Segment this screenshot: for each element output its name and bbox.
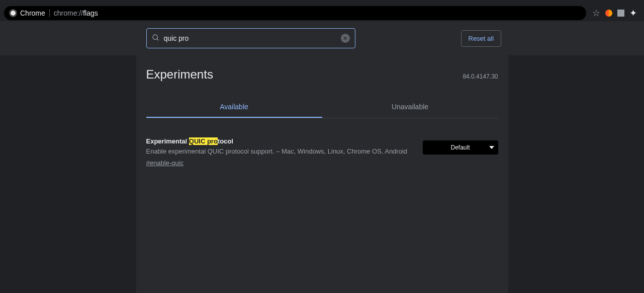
gutter-left	[0, 55, 136, 293]
flags-header-band: ✕ Reset all	[0, 21, 644, 55]
flags-search-box[interactable]: ✕	[146, 28, 355, 48]
extension-icon-spark[interactable]	[605, 10, 612, 17]
omnibox-app-label: Chrome	[20, 9, 45, 17]
flag-title-highlight: QUIC pro	[189, 137, 218, 145]
chrome-icon	[9, 9, 17, 17]
svg-line-1	[157, 39, 158, 40]
omnibox-url-prefix: chrome://	[54, 9, 83, 17]
search-icon	[152, 34, 160, 43]
flag-title-post: tocol	[218, 137, 233, 145]
gutter-right	[508, 55, 645, 293]
tabs: Available Unavailable	[146, 97, 498, 118]
extensions-menu-icon[interactable]: ✦	[629, 9, 637, 18]
clear-search-icon[interactable]: ✕	[341, 34, 350, 43]
omnibox-url-path: flags	[83, 9, 98, 17]
browser-toolbar: Chrome chrome://flags ☆ ✦	[0, 5, 644, 21]
tab-strip	[0, 0, 644, 5]
flag-description: Enable experimental QUIC protocol suppor…	[146, 147, 408, 156]
flag-row: Experimental QUIC protocol Enable experi…	[146, 118, 498, 172]
omnibox[interactable]: Chrome chrome://flags	[4, 6, 586, 20]
page-title: Experiments	[146, 67, 213, 82]
tab-available[interactable]: Available	[146, 97, 322, 118]
bookmark-star-icon[interactable]: ☆	[592, 9, 600, 18]
svg-point-0	[153, 35, 157, 39]
reset-all-button[interactable]: Reset all	[461, 30, 502, 47]
flags-search-input[interactable]	[164, 34, 337, 42]
flag-title: Experimental QUIC protocol	[146, 137, 408, 145]
flag-anchor-link[interactable]: #enable-quic	[146, 159, 183, 167]
chrome-version: 84.0.4147.30	[463, 73, 498, 80]
flag-state-select[interactable]: Default	[423, 140, 498, 155]
omnibox-separator	[49, 9, 50, 17]
tab-unavailable[interactable]: Unavailable	[322, 97, 498, 118]
flags-content: Experiments 84.0.4147.30 Available Unava…	[136, 55, 508, 293]
flag-title-pre: Experimental	[146, 137, 189, 145]
toolbar-actions: ☆ ✦	[589, 9, 640, 18]
extension-icon-square[interactable]	[617, 10, 624, 17]
